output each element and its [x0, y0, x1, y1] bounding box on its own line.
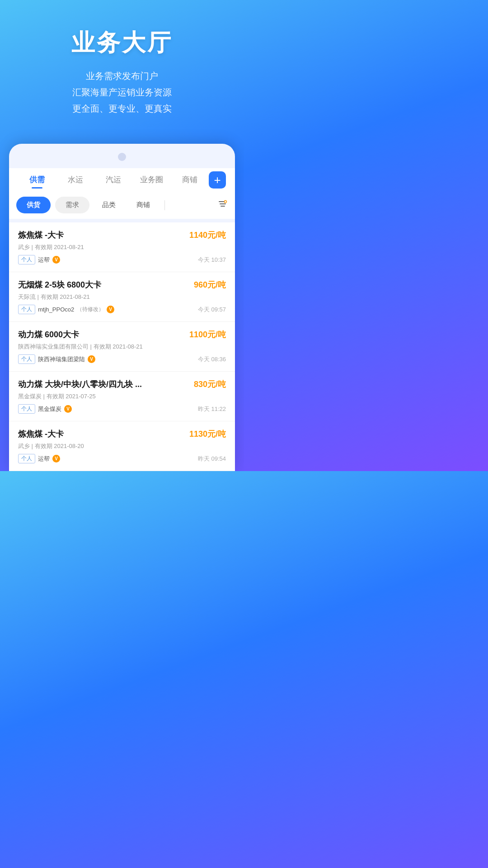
tab-biz-circle[interactable]: 业务圈 [132, 168, 170, 191]
add-button[interactable]: + [209, 171, 226, 189]
listing-meta: 武乡 | 有效期 2021-08-20 [18, 442, 226, 450]
listing-title: 炼焦煤 -大卡 [18, 230, 189, 241]
tag-seller: 运帮 [38, 455, 50, 463]
listing-tags: 个人 黑金煤炭 V [18, 404, 72, 414]
listing-time: 今天 09:57 [198, 306, 226, 314]
svg-point-3 [225, 200, 227, 203]
listing-price: 1130元/吨 [189, 429, 226, 439]
tag-personal: 个人 [18, 354, 35, 364]
tag-pending: （待修改） [77, 306, 104, 313]
main-card: 供需 水运 汽运 业务圈 商铺 + 供货 需求 品类 商铺 [9, 144, 235, 471]
listing-title: 炼焦煤 -大卡 [18, 429, 189, 439]
tag-seller: mtjh_PPOco2 [38, 306, 74, 313]
listing-price: 1140元/吨 [189, 230, 226, 241]
tag-seller: 陕西神瑞集团梁陆 [38, 355, 85, 363]
filter-supply-btn[interactable]: 供货 [16, 197, 51, 213]
tag-v: V [52, 455, 60, 462]
listing-price: 960元/吨 [194, 279, 226, 290]
tag-seller: 黑金煤炭 [38, 405, 61, 413]
listing-item[interactable]: 无烟煤 2-5块 6800大卡 960元/吨 天际流 | 有效期 2021-08… [9, 272, 235, 322]
listing-item[interactable]: 动力煤 大块/中块/八零块/四九块 ... 830元/吨 黑金煤炭 | 有效期 … [9, 372, 235, 421]
filter-demand-btn[interactable]: 需求 [55, 197, 89, 213]
header-section: 业务大厅 业务需求发布门户 汇聚海量产运销业务资源 更全面、更专业、更真实 [0, 0, 244, 135]
listing-title: 无烟煤 2-5块 6800大卡 [18, 279, 194, 290]
tag-v: V [88, 355, 95, 363]
tag-v: V [107, 306, 114, 313]
filter-shop-tag[interactable]: 商铺 [128, 197, 158, 213]
listing-list: 炼焦煤 -大卡 1140元/吨 武乡 | 有效期 2021-08-21 个人 运… [9, 222, 235, 471]
tab-water[interactable]: 水运 [56, 168, 94, 191]
tag-personal: 个人 [18, 255, 35, 264]
tag-personal: 个人 [18, 404, 35, 414]
listing-meta: 陕西神瑞实业集团有限公司 | 有效期 2021-08-21 [18, 343, 226, 351]
listing-time: 今天 10:37 [198, 256, 226, 264]
listing-item[interactable]: 炼焦煤 -大卡 1140元/吨 武乡 | 有效期 2021-08-21 个人 运… [9, 222, 235, 272]
listing-time: 昨天 11:22 [198, 405, 226, 413]
tab-bar: 供需 水运 汽运 业务圈 商铺 + [9, 168, 235, 191]
camera-dot [118, 153, 126, 161]
listing-tags: 个人 运帮 V [18, 454, 60, 463]
listing-meta: 黑金煤炭 | 有效期 2021-07-25 [18, 392, 226, 401]
filter-icon[interactable] [218, 199, 228, 212]
tab-shop[interactable]: 商铺 [171, 168, 209, 191]
filter-bar: 供货 需求 品类 商铺 [9, 191, 235, 219]
tag-v: V [52, 256, 60, 264]
listing-meta: 天际流 | 有效期 2021-08-21 [18, 293, 226, 301]
listing-meta: 武乡 | 有效期 2021-08-21 [18, 243, 226, 251]
tab-supply[interactable]: 供需 [18, 168, 56, 191]
tag-personal: 个人 [18, 305, 35, 314]
listing-time: 昨天 09:54 [198, 455, 226, 463]
listing-item[interactable]: 动力煤 6000大卡 1100元/吨 陕西神瑞实业集团有限公司 | 有效期 20… [9, 322, 235, 372]
filter-category-tag[interactable]: 品类 [94, 197, 124, 213]
tab-truck[interactable]: 汽运 [94, 168, 132, 191]
listing-price: 830元/吨 [194, 379, 226, 390]
listing-title: 动力煤 6000大卡 [18, 329, 189, 340]
listing-tags: 个人 运帮 V [18, 255, 60, 264]
tag-seller: 运帮 [38, 256, 50, 264]
listing-tags: 个人 mtjh_PPOco2 （待修改） V [18, 305, 114, 314]
listing-item[interactable]: 炼焦煤 -大卡 1130元/吨 武乡 | 有效期 2021-08-20 个人 运… [9, 421, 235, 471]
page-title: 业务大厅 [9, 27, 235, 59]
listing-price: 1100元/吨 [189, 329, 226, 340]
listing-title: 动力煤 大块/中块/八零块/四九块 ... [18, 379, 194, 390]
filter-divider [164, 200, 165, 210]
tag-personal: 个人 [18, 454, 35, 463]
listing-time: 今天 08:36 [198, 355, 226, 363]
page-subtitle: 业务需求发布门户 汇聚海量产运销业务资源 更全面、更专业、更真实 [9, 68, 235, 117]
listing-tags: 个人 陕西神瑞集团梁陆 V [18, 354, 95, 364]
tag-v: V [64, 405, 72, 413]
